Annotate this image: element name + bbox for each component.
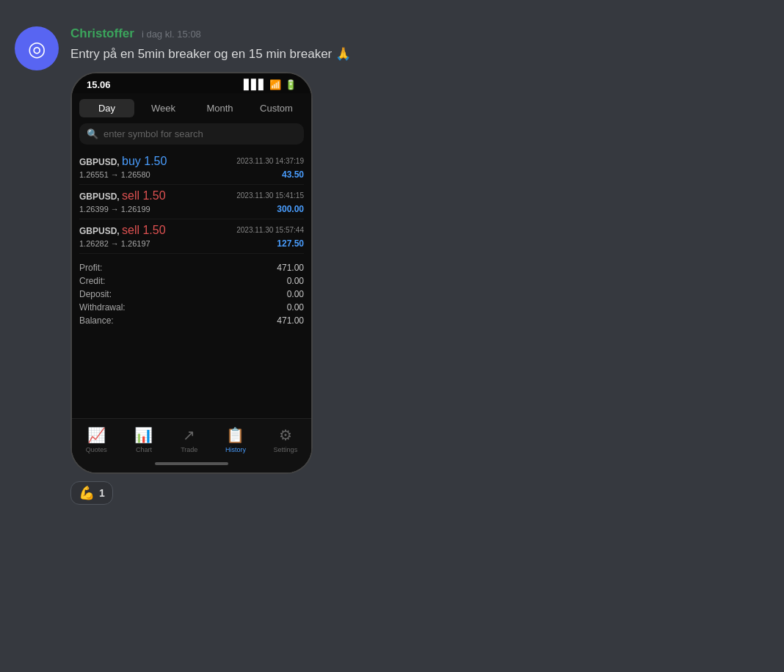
summary-profit: Profit: 471.00 <box>79 261 304 274</box>
discord-message: ◎ Christoffer i dag kl. 15:08 Entry på e… <box>15 15 769 516</box>
period-custom[interactable]: Custom <box>249 99 304 117</box>
avatar-discord-icon: ◎ <box>28 37 46 61</box>
bottom-nav: 📈 Quotes 📊 Chart ↗ Trade 📋 History <box>72 418 311 458</box>
phone-body: Day Week Month Custom 🔍 enter symbol for… <box>72 93 311 472</box>
message-header: Christoffer i dag kl. 15:08 <box>70 26 769 41</box>
nav-quotes[interactable]: 📈 Quotes <box>86 426 107 453</box>
search-bar[interactable]: 🔍 enter symbol for search <box>79 123 304 145</box>
quotes-icon: 📈 <box>87 426 106 444</box>
summary-table: Profit: 471.00 Credit: 0.00 Deposit: 0.0… <box>72 254 311 330</box>
signal-icon: ▋▋▋ <box>244 79 266 90</box>
trades-list: GBPUSD, buy 1.50 2023.11.30 14:37:19 1.2… <box>72 150 311 254</box>
nav-settings[interactable]: ⚙ Settings <box>274 426 298 453</box>
summary-withdrawal: Withdrawal: 0.00 <box>79 301 304 314</box>
timestamp: i dag kl. 15:08 <box>142 29 201 40</box>
settings-icon: ⚙ <box>279 426 292 444</box>
message-content: Christoffer i dag kl. 15:08 Entry på en … <box>70 26 769 505</box>
nav-trade[interactable]: ↗ Trade <box>181 426 197 453</box>
summary-balance: Balance: 471.00 <box>79 314 304 327</box>
trade-symbol-3: GBPUSD, sell 1.50 <box>79 224 166 237</box>
phone-screenshot: 15.06 ▋▋▋ 📶 🔋 Day Week Month Custom 🔍 <box>70 72 313 474</box>
battery-icon: 🔋 <box>285 79 297 90</box>
summary-deposit: Deposit: 0.00 <box>79 288 304 301</box>
period-day[interactable]: Day <box>79 99 134 117</box>
wifi-icon: 📶 <box>269 79 281 90</box>
period-week[interactable]: Week <box>136 99 191 117</box>
trade-item-3: GBPUSD, sell 1.50 2023.11.30 15:57:44 1.… <box>79 219 304 254</box>
period-selector: Day Week Month Custom <box>72 93 311 123</box>
username: Christoffer <box>70 26 134 41</box>
reaction-button[interactable]: 💪 1 <box>70 481 113 505</box>
reaction-count: 1 <box>99 487 105 499</box>
home-bar <box>155 462 228 465</box>
trade-symbol-2: GBPUSD, sell 1.50 <box>79 189 166 202</box>
nav-history[interactable]: 📋 History <box>225 426 246 453</box>
search-placeholder: enter symbol for search <box>104 128 203 139</box>
reaction-bar: 💪 1 <box>70 481 769 505</box>
history-icon: 📋 <box>226 426 244 444</box>
phone-time: 15.06 <box>87 79 111 90</box>
trade-item-2: GBPUSD, sell 1.50 2023.11.30 15:41:15 1.… <box>79 185 304 219</box>
home-indicator <box>72 458 311 472</box>
avatar: ◎ <box>15 26 59 70</box>
message-text: Entry på en 5min breaker og en 15 min br… <box>70 45 769 63</box>
reaction-emoji: 💪 <box>79 485 95 501</box>
nav-chart[interactable]: 📊 Chart <box>134 426 153 453</box>
trade-symbol: GBPUSD, buy 1.50 <box>79 155 167 168</box>
trade-item-1: GBPUSD, buy 1.50 2023.11.30 14:37:19 1.2… <box>79 150 304 185</box>
phone-status-bar: 15.06 ▋▋▋ 📶 🔋 <box>72 73 311 93</box>
summary-credit: Credit: 0.00 <box>79 274 304 288</box>
trade-icon: ↗ <box>183 426 195 444</box>
chart-icon: 📊 <box>134 426 153 444</box>
search-icon: 🔍 <box>87 128 98 139</box>
period-month[interactable]: Month <box>192 99 247 117</box>
status-icons: ▋▋▋ 📶 🔋 <box>244 79 297 90</box>
